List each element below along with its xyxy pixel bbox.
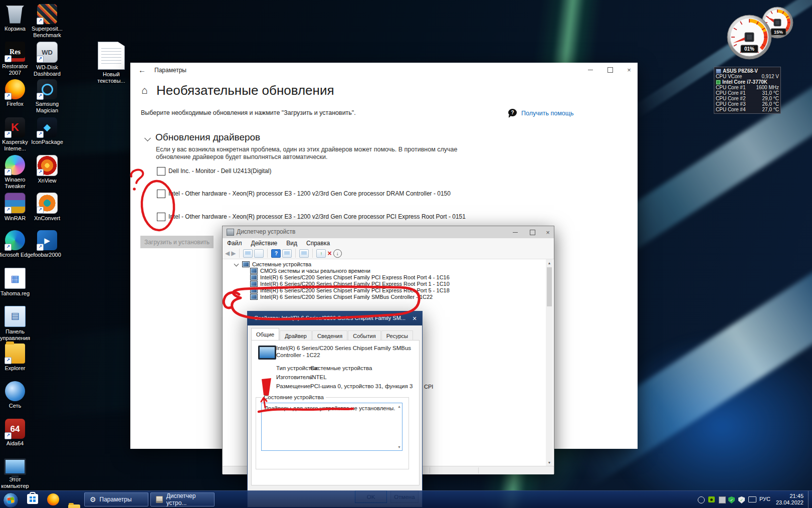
maximize-button[interactable] <box>601 63 619 77</box>
tree-item[interactable]: CMOS системы и часы реального времени <box>250 267 370 274</box>
update-checkbox-dell[interactable] <box>157 167 165 176</box>
title-bar[interactable]: Диспетчер устройств × <box>223 226 554 238</box>
update-checkbox-dram[interactable] <box>157 190 165 198</box>
maximize-button[interactable] <box>524 226 540 238</box>
antivirus-shield-icon[interactable]: ✓ <box>728 496 735 503</box>
close-button[interactable]: × <box>407 311 422 325</box>
gauge-value-big: 01% <box>744 46 754 52</box>
tree-scrollbar[interactable]: ▲ ▼ <box>546 259 553 466</box>
shortcut-arrow-icon: ↗ <box>5 168 12 176</box>
desktop-icon[interactable]: ↗ XnConvert <box>29 193 66 222</box>
scroll-up-icon[interactable]: ▲ <box>397 405 401 408</box>
chevron-down-icon[interactable] <box>144 135 151 141</box>
tree-item-label: Intel(R) 6 Series/C200 Series Chipset Fa… <box>260 281 450 287</box>
section-title[interactable]: Обновления драйверов <box>155 132 260 143</box>
show-desktop-button[interactable] <box>808 491 812 508</box>
expander-icon[interactable] <box>234 262 239 267</box>
menu-view[interactable]: Вид <box>286 240 297 247</box>
menu-action[interactable]: Действие <box>251 240 278 247</box>
sensor-panel[interactable]: ASUS P8Z68-V CPU VCore0,912 V Intel Core… <box>714 67 781 114</box>
scroll-down-icon[interactable]: ▼ <box>397 445 401 449</box>
tray-ring-icon[interactable] <box>698 496 705 503</box>
tree-item-label: Системные устройства <box>252 261 311 267</box>
dialog-title-bar[interactable]: Свойства: Intel(R) 6 Series/C200 Series … <box>248 311 422 325</box>
back-icon[interactable]: ◀ <box>225 250 230 256</box>
desktop-icon[interactable]: ↗ Superposit... Benchmark <box>29 4 66 39</box>
update-checkbox-pci[interactable] <box>157 213 165 221</box>
network-icon[interactable] <box>748 496 756 502</box>
desktop-icon-samsung: ↗ <box>37 79 57 99</box>
shortcut-arrow-icon: ↗ <box>37 131 44 138</box>
sensor-label: CPU Core #2 <box>716 96 745 101</box>
shortcut-arrow-icon: ↗ <box>5 244 12 251</box>
desktop-icon-mypc: ↗ <box>4 458 26 475</box>
toolbar: ◀ ▶ ? ↑ × ↓ <box>223 248 554 259</box>
properties-icon[interactable] <box>254 249 264 258</box>
forward-icon[interactable]: ▶ <box>231 250 236 256</box>
scroll-up-icon[interactable]: ▲ <box>546 259 553 266</box>
nvidia-icon[interactable] <box>708 496 715 502</box>
shortcut-arrow-icon: ↗ <box>37 207 44 214</box>
cpu-gauges-widget[interactable]: 15% 01% <box>692 0 812 68</box>
desktop-icon[interactable]: 64↗ Aida64 <box>0 419 34 447</box>
desktop-icon-foobar: ▶↗ <box>37 230 57 250</box>
back-icon[interactable]: ← <box>138 66 146 74</box>
tree-item[interactable]: Intel(R) 6 Series/C200 Series Chipset Fa… <box>250 280 450 287</box>
desktop-icon[interactable]: ▶↗ foobar2000 <box>29 230 66 258</box>
minimize-button[interactable] <box>507 226 523 238</box>
show-window-icon[interactable] <box>282 249 292 258</box>
sensor-row-motherboard: ASUS P8Z68-V <box>716 68 779 74</box>
tree-item-smbus-controller[interactable]: Intel(R) 6 Series/C200 Series Chipset Fa… <box>250 293 433 300</box>
tree-item-system-devices[interactable]: Системные устройства <box>235 261 311 267</box>
taskbar-button-device-manager[interactable]: Диспетчер устро... <box>150 492 215 506</box>
intro-text: Выберите необходимые обновления и нажмит… <box>141 109 356 116</box>
tray-app-icon[interactable] <box>719 496 726 503</box>
download-install-button[interactable]: Загрузить и установить <box>140 236 214 248</box>
scan-monitor-icon[interactable] <box>299 249 309 258</box>
scroll-down-icon[interactable]: ▼ <box>546 459 553 466</box>
menu-file[interactable]: Файл <box>227 240 242 247</box>
minimize-icon <box>588 70 593 70</box>
tree-item[interactable]: Intel(R) 6 Series/C200 Series Chipset Fa… <box>250 274 450 280</box>
update-driver-icon[interactable]: ↑ <box>316 249 326 258</box>
sensor-value: 29,0 °C <box>762 96 779 101</box>
clock[interactable]: 21:45 23.04.2022 <box>773 493 803 506</box>
tree-item-label: Intel(R) 6 Series/C200 Series Chipset Fa… <box>260 274 450 280</box>
occluded-tree-text: CPI <box>424 384 433 390</box>
desktop-icon-firefox: ↗ <box>5 79 25 99</box>
desktop-icon[interactable]: ↗ Этот компьютер <box>0 456 34 489</box>
computer-icon[interactable] <box>243 249 253 258</box>
close-button[interactable]: × <box>621 63 638 77</box>
firefox-icon[interactable] <box>47 493 59 505</box>
desktop-icon[interactable]: WD↗ WD-Disk Dashboard <box>29 42 66 77</box>
desktop-icon[interactable]: ▤↗ Панель управления <box>0 306 34 342</box>
device-status-group: Состояние устройства Драйверы для этого … <box>256 397 409 469</box>
desktop-icon[interactable]: ↗ XnView <box>29 155 66 184</box>
desktop-icon[interactable]: ◆↗ IconPackage <box>29 117 66 145</box>
get-help-link[interactable]: Получить помощь <box>521 110 573 117</box>
store-icon[interactable] <box>27 494 38 504</box>
desktop-icon[interactable]: ↗ Сеть <box>0 381 34 409</box>
desktop-icon[interactable]: ▦↗ Tahoma.reg <box>0 268 34 297</box>
scrollbar-thumb[interactable] <box>547 267 552 306</box>
close-button[interactable]: × <box>541 226 554 238</box>
start-button[interactable] <box>3 492 19 508</box>
tree-item-label: Intel(R) 6 Series/C200 Series Chipset Fa… <box>260 287 450 293</box>
language-indicator[interactable]: РУС <box>759 496 770 502</box>
minimize-button[interactable] <box>581 63 599 77</box>
help-icon[interactable]: ? <box>271 249 281 258</box>
scan-hardware-icon[interactable]: ↓ <box>333 249 342 258</box>
tab-general[interactable]: Общие <box>251 328 279 341</box>
taskbar-button-settings[interactable]: ⚙ Параметры <box>84 492 148 506</box>
explorer-icon[interactable] <box>68 504 80 508</box>
desktop-icon[interactable]: ↗ Новый текстовы... <box>93 42 130 84</box>
nvidia-eye <box>710 498 713 501</box>
desktop-icon[interactable]: ↗ Explorer <box>0 344 34 372</box>
defender-shield-icon[interactable]: ✓ <box>738 496 745 503</box>
menu-help[interactable]: Справка <box>306 240 330 247</box>
tree-item[interactable]: Intel(R) 6 Series/C200 Series Chipset Fa… <box>250 287 450 293</box>
desktop-icon[interactable]: ↗ Samsung Magician <box>29 79 66 114</box>
uninstall-icon[interactable]: × <box>327 249 331 257</box>
status-textbox[interactable]: Драйверы для этого устройства не установ… <box>261 403 402 451</box>
sensor-value: 27,0 °C <box>762 107 779 112</box>
